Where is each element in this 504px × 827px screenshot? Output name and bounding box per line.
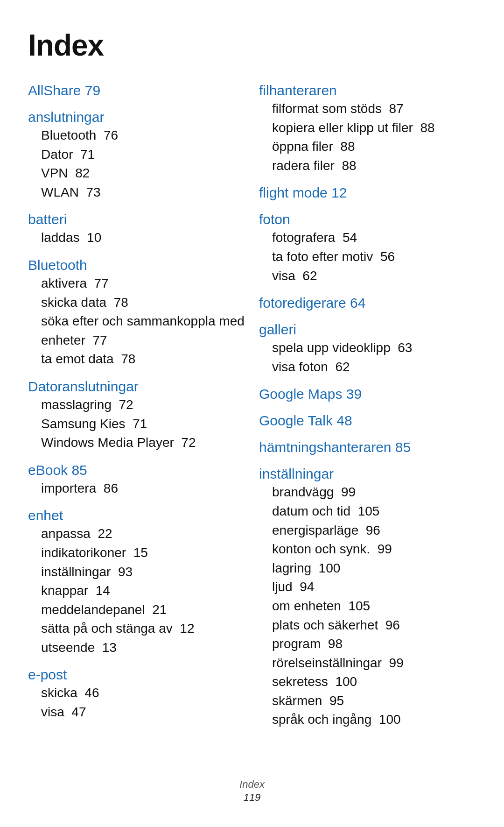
sub-entry[interactable]: språk och ingång 100 bbox=[259, 710, 476, 729]
index-section: Google Maps 39 bbox=[259, 385, 476, 403]
index-section: Google Talk 48 bbox=[259, 411, 476, 430]
sub-entry[interactable]: lagring 100 bbox=[259, 559, 476, 578]
sub-entry[interactable]: datum och tid 105 bbox=[259, 502, 476, 521]
right-column: filhanterarenfilformat som stöds 87kopie… bbox=[259, 81, 476, 738]
sub-entry[interactable]: rörelseinställningar 99 bbox=[259, 654, 476, 673]
sub-entry[interactable]: filformat som stöds 87 bbox=[259, 99, 476, 119]
index-columns: AllShare 79anslutningarBluetooth 76Dator… bbox=[28, 81, 476, 738]
section-heading[interactable]: galleri bbox=[259, 320, 476, 339]
section-heading[interactable]: flight mode 12 bbox=[259, 184, 476, 202]
section-heading[interactable]: Bluetooth bbox=[28, 256, 245, 274]
sub-entry[interactable]: anpassa 22 bbox=[28, 524, 245, 544]
sub-entry[interactable]: program 98 bbox=[259, 635, 476, 654]
section-heading[interactable]: enhet bbox=[28, 506, 245, 524]
section-heading[interactable]: inställningar bbox=[259, 465, 476, 483]
sub-entry[interactable]: radera filer 88 bbox=[259, 156, 476, 176]
index-section: fotoredigerare 64 bbox=[259, 294, 476, 312]
section-heading[interactable]: e-post bbox=[28, 665, 245, 684]
sub-entry[interactable]: visa foton 62 bbox=[259, 358, 476, 377]
sub-entry[interactable]: aktivera 77 bbox=[28, 274, 245, 293]
page-title: Index bbox=[28, 28, 476, 63]
sub-entry[interactable]: skärmen 95 bbox=[259, 692, 476, 711]
index-section: Bluetoothaktivera 77skicka data 78söka e… bbox=[28, 256, 245, 369]
sub-entry[interactable]: VPN 82 bbox=[28, 164, 245, 183]
sub-entry[interactable]: laddas 10 bbox=[28, 228, 245, 247]
sub-entry[interactable]: konton och synk. 99 bbox=[259, 540, 476, 559]
index-section: eBook 85importera 86 bbox=[28, 461, 245, 498]
left-column: AllShare 79anslutningarBluetooth 76Dator… bbox=[28, 81, 259, 738]
section-heading[interactable]: fotoredigerare 64 bbox=[259, 294, 476, 312]
sub-entry[interactable]: Windows Media Player 72 bbox=[28, 433, 245, 452]
sub-entry[interactable]: skicka 46 bbox=[28, 684, 245, 703]
sub-entry[interactable]: inställningar 93 bbox=[28, 563, 245, 582]
sub-entry[interactable]: plats och säkerhet 96 bbox=[259, 616, 476, 635]
sub-entry[interactable]: sätta på och stänga av 12 bbox=[28, 619, 245, 638]
sub-entry[interactable]: visa 62 bbox=[259, 267, 476, 286]
footer-page: 119 bbox=[0, 792, 504, 804]
section-heading[interactable]: AllShare 79 bbox=[28, 81, 245, 99]
sub-entry[interactable]: knappar 14 bbox=[28, 581, 245, 601]
sub-entry[interactable]: brandvägg 99 bbox=[259, 483, 476, 502]
sub-entry[interactable]: ta foto efter motiv 56 bbox=[259, 247, 476, 267]
footer: Index 119 bbox=[0, 778, 504, 804]
sub-entry[interactable]: öppna filer 88 bbox=[259, 137, 476, 156]
index-section: gallerispela upp videoklipp 63visa foton… bbox=[259, 320, 476, 376]
sub-entry[interactable]: om enheten 105 bbox=[259, 597, 476, 616]
sub-entry[interactable]: Bluetooth 76 bbox=[28, 126, 245, 145]
sub-entry[interactable]: skicka data 78 bbox=[28, 293, 245, 312]
sub-entry[interactable]: Samsung Kies 71 bbox=[28, 415, 245, 434]
sub-entry[interactable]: importera 86 bbox=[28, 479, 245, 498]
sub-entry[interactable]: WLAN 73 bbox=[28, 183, 245, 202]
index-section: inställningarbrandvägg 99datum och tid 1… bbox=[259, 465, 476, 729]
section-heading[interactable]: eBook 85 bbox=[28, 461, 245, 479]
section-heading[interactable]: foton bbox=[259, 210, 476, 228]
sub-entry[interactable]: Dator 71 bbox=[28, 145, 245, 164]
sub-entry[interactable]: sekretess 100 bbox=[259, 672, 476, 692]
index-section: Datoranslutningarmasslagring 72Samsung K… bbox=[28, 377, 245, 452]
section-heading[interactable]: batteri bbox=[28, 210, 245, 228]
section-heading[interactable]: anslutningar bbox=[28, 108, 245, 126]
index-section: hämtningshanteraren 85 bbox=[259, 438, 476, 456]
sub-entry[interactable]: visa 47 bbox=[28, 703, 245, 722]
sub-entry[interactable]: fotografera 54 bbox=[259, 228, 476, 247]
section-heading[interactable]: Datoranslutningar bbox=[28, 377, 245, 396]
sub-entry[interactable]: kopiera eller klipp ut filer 88 bbox=[259, 119, 476, 138]
index-section: fotonfotografera 54ta foto efter motiv 5… bbox=[259, 210, 476, 285]
sub-entry[interactable]: ljud 94 bbox=[259, 578, 476, 597]
index-section: AllShare 79 bbox=[28, 81, 245, 99]
sub-entry[interactable]: indikatorikoner 15 bbox=[28, 544, 245, 563]
sub-entry[interactable]: utseende 13 bbox=[28, 638, 245, 657]
sub-entry[interactable]: energisparläge 96 bbox=[259, 521, 476, 540]
index-section: e-postskicka 46visa 47 bbox=[28, 665, 245, 721]
index-section: anslutningarBluetooth 76Dator 71VPN 82WL… bbox=[28, 108, 245, 202]
index-section: batteriladdas 10 bbox=[28, 210, 245, 247]
index-section: enhetanpassa 22indikatorikoner 15inställ… bbox=[28, 506, 245, 657]
footer-label: Index bbox=[0, 778, 504, 791]
section-heading[interactable]: Google Maps 39 bbox=[259, 385, 476, 403]
section-heading[interactable]: hämtningshanteraren 85 bbox=[259, 438, 476, 456]
sub-entry[interactable]: söka efter och sammankoppla med enheter … bbox=[28, 312, 245, 350]
index-section: filhanterarenfilformat som stöds 87kopie… bbox=[259, 81, 476, 175]
sub-entry[interactable]: spela upp videoklipp 63 bbox=[259, 339, 476, 358]
section-heading[interactable]: filhanteraren bbox=[259, 81, 476, 99]
sub-entry[interactable]: meddelandepanel 21 bbox=[28, 601, 245, 620]
sub-entry[interactable]: ta emot data 78 bbox=[28, 350, 245, 369]
sub-entry[interactable]: masslagring 72 bbox=[28, 396, 245, 415]
index-section: flight mode 12 bbox=[259, 184, 476, 202]
section-heading[interactable]: Google Talk 48 bbox=[259, 411, 476, 430]
